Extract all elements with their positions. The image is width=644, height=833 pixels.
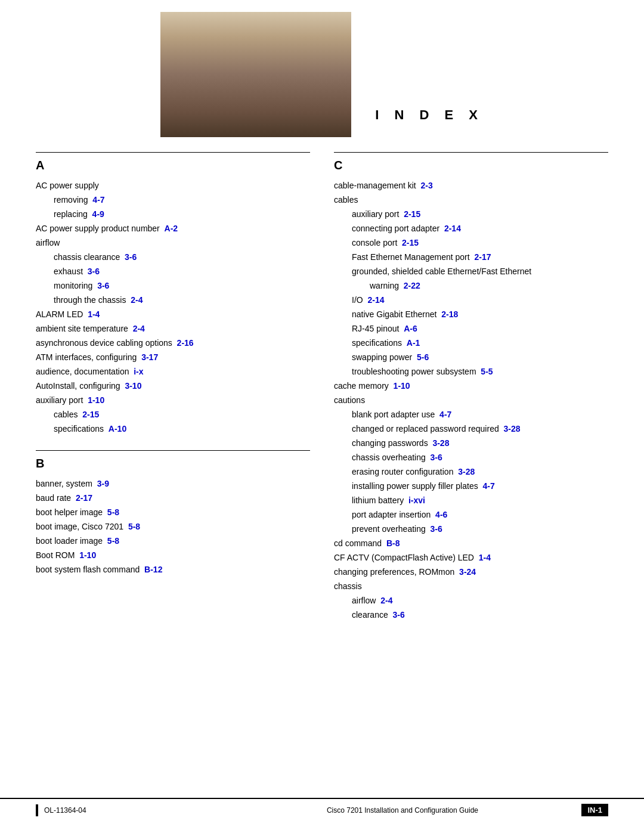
svg-point-10 [238,115,268,129]
section-c-divider [334,152,608,153]
list-item: chassis overheating 3-6 [334,451,608,464]
list-item: cautions [334,394,608,407]
list-item: specifications A-1 [334,337,608,349]
list-item: native Gigabit Ethernet 2-18 [334,308,608,321]
list-item: auxiliary port 2-15 [334,208,608,221]
list-item: CF ACTV (CompactFlash Active) LED 1-4 [334,552,608,564]
list-item: cache memory 1-10 [334,380,608,392]
list-item: exhaust 3-6 [36,265,310,278]
list-item: changed or replaced password required 3-… [334,423,608,435]
list-item: replacing 4-9 [36,208,310,221]
main-content: A AC power supply removing 4-7 replacing… [36,143,608,623]
list-item: boot image, Cisco 7201 5-8 [36,521,310,533]
list-item: cable-management kit 2-3 [334,179,608,192]
list-item: banner, system 3-9 [36,478,310,490]
list-item: RJ-45 pinout A-6 [334,323,608,335]
list-item: warning 2-22 [334,280,608,292]
list-item: airflow 2-4 [334,594,608,607]
section-b-divider [36,450,310,451]
footer-page-number: IN-1 [581,804,608,816]
svg-rect-3 [253,18,301,72]
left-column: A AC power supply removing 4-7 replacing… [36,143,310,623]
svg-rect-12 [259,128,280,137]
list-item: auxiliary port 1-10 [36,394,310,407]
footer-doc-number: OL-11364-04 [44,806,223,815]
svg-rect-11 [232,128,253,137]
footer-bar [36,804,38,816]
section-a-divider [36,152,310,153]
header-area: I N D E X [36,0,608,137]
svg-rect-13 [196,113,315,137]
list-item: through the chassis 2-4 [36,294,310,306]
list-item: cables 2-15 [36,408,310,421]
list-item: AC power supply [36,179,310,192]
section-a-letter: A [36,159,310,172]
svg-point-8 [202,76,236,137]
list-item: swapping power 5-6 [334,351,608,364]
list-item: ambient site temperature 2-4 [36,323,310,335]
list-item: baud rate 2-17 [36,492,310,504]
list-item: cables [334,194,608,206]
right-column: C cable-management kit 2-3 cables auxili… [334,143,608,623]
list-item: cd command B-8 [334,537,608,550]
list-item: audience, documentation i-x [36,366,310,378]
list-item: lithium battery i-xvi [334,494,608,507]
header-right: I N D E X [375,12,484,129]
svg-rect-2 [196,18,244,72]
list-item: chassis clearance 3-6 [36,251,310,264]
list-item: changing preferences, ROMmon 3-24 [334,566,608,578]
svg-rect-1 [160,12,351,83]
list-item: ALARM LED 1-4 [36,308,310,321]
list-item: specifications A-10 [36,423,310,435]
list-item: console port 2-15 [334,237,608,249]
section-c-letter: C [334,159,608,172]
list-item: installing power supply filler plates 4-… [334,480,608,493]
list-item: AC power supply product number A-2 [36,222,310,235]
svg-marker-7 [211,89,301,131]
page-container: I N D E X A AC power supply removing 4-7… [0,0,644,833]
list-item: monitoring 3-6 [36,280,310,292]
list-item: port adapter insertion 4-6 [334,509,608,521]
list-item: prevent overheating 3-6 [334,523,608,535]
list-item: I/O 2-14 [334,294,608,306]
list-item: ATM interfaces, configuring 3-17 [36,351,310,364]
list-item: boot loader image 5-8 [36,535,310,547]
list-item: removing 4-7 [36,194,310,206]
index-title: I N D E X [375,107,484,123]
list-item: erasing router configuration 3-28 [334,466,608,478]
list-item: chassis [334,580,608,593]
svg-marker-6 [235,70,277,89]
list-item: clearance 3-6 [334,609,608,621]
list-item: boot helper image 5-8 [36,506,310,519]
list-item: blank port adapter use 4-7 [334,408,608,421]
list-item: Fast Ethernet Management port 2-17 [334,251,608,264]
footer-page: IN-1 [581,804,608,816]
list-item: Boot ROM 1-10 [36,549,310,562]
svg-point-9 [275,76,309,137]
list-item: changing passwords 3-28 [334,437,608,450]
section-b: B banner, system 3-9 baud rate 2-17 boot… [36,450,310,576]
list-item: connecting port adapter 2-14 [334,222,608,235]
svg-rect-0 [160,12,351,137]
svg-rect-5 [250,63,262,72]
svg-point-4 [239,29,273,67]
header-photo [160,12,351,137]
list-item: boot system flash command B-12 [36,563,310,576]
footer-title: Cisco 7201 Installation and Configuratio… [223,806,581,815]
footer: OL-11364-04 Cisco 7201 Installation and … [0,798,644,821]
list-item: airflow [36,237,310,249]
list-item: grounded, shielded cable Ethernet/Fast E… [334,265,608,278]
section-b-letter: B [36,457,310,470]
list-item: troubleshooting power subsystem 5-5 [334,366,608,378]
list-item: asynchronous device cabling options 2-16 [36,337,310,349]
list-item: AutoInstall, configuring 3-10 [36,380,310,392]
